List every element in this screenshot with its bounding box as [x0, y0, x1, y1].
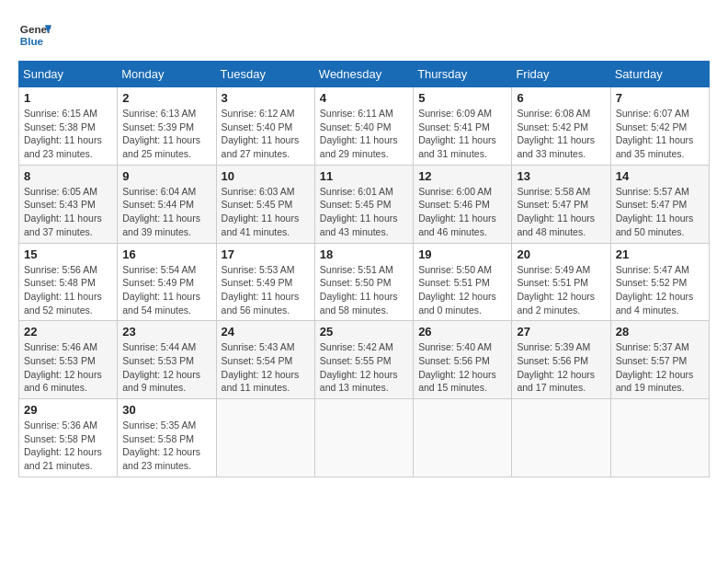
empty-cell — [610, 399, 709, 477]
day-number: 30 — [122, 403, 210, 417]
table-row: 25 Sunrise: 5:42 AMSunset: 5:55 PMDaylig… — [314, 321, 413, 399]
table-row: 13 Sunrise: 5:58 AMSunset: 5:47 PMDaylig… — [512, 165, 610, 243]
calendar: Sunday Monday Tuesday Wednesday Thursday… — [18, 61, 710, 477]
table-row: 7 Sunrise: 6:07 AMSunset: 5:42 PMDayligh… — [610, 87, 709, 166]
header-sunday: Sunday — [19, 62, 118, 87]
table-row: 21 Sunrise: 5:47 AMSunset: 5:52 PMDaylig… — [610, 243, 709, 321]
day-number: 14 — [616, 169, 704, 183]
day-number: 4 — [320, 91, 408, 105]
day-number: 3 — [222, 91, 310, 105]
table-row: 15 Sunrise: 5:56 AMSunset: 5:48 PMDaylig… — [19, 243, 118, 321]
table-row: 28 Sunrise: 5:37 AMSunset: 5:57 PMDaylig… — [610, 321, 709, 399]
table-row: 1 Sunrise: 6:15 AMSunset: 5:38 PMDayligh… — [19, 87, 118, 166]
day-info: Sunrise: 5:37 AMSunset: 5:57 PMDaylight:… — [616, 340, 704, 395]
table-row: 30 Sunrise: 5:35 AMSunset: 5:58 PMDaylig… — [118, 399, 216, 477]
header-saturday: Saturday — [610, 62, 709, 87]
table-row: 22 Sunrise: 5:46 AMSunset: 5:53 PMDaylig… — [19, 321, 118, 399]
day-number: 9 — [122, 169, 210, 183]
day-info: Sunrise: 5:46 AMSunset: 5:53 PMDaylight:… — [24, 340, 112, 395]
svg-text:Blue: Blue — [20, 35, 44, 47]
day-info: Sunrise: 6:08 AMSunset: 5:42 PMDaylight:… — [517, 107, 605, 161]
day-number: 21 — [616, 247, 704, 261]
day-info: Sunrise: 5:53 AMSunset: 5:49 PMDaylight:… — [222, 263, 310, 317]
days-header-row: Sunday Monday Tuesday Wednesday Thursday… — [19, 62, 710, 87]
day-number: 24 — [222, 325, 310, 339]
table-row: 16 Sunrise: 5:54 AMSunset: 5:49 PMDaylig… — [118, 243, 216, 321]
day-info: Sunrise: 6:04 AMSunset: 5:44 PMDaylight:… — [122, 185, 210, 239]
day-number: 12 — [418, 169, 506, 183]
day-number: 16 — [122, 247, 210, 261]
day-number: 7 — [616, 91, 704, 105]
table-row: 5 Sunrise: 6:09 AMSunset: 5:41 PMDayligh… — [414, 87, 512, 166]
day-info: Sunrise: 5:49 AMSunset: 5:51 PMDaylight:… — [517, 263, 605, 317]
table-row: 24 Sunrise: 5:43 AMSunset: 5:54 PMDaylig… — [216, 321, 314, 399]
day-info: Sunrise: 6:12 AMSunset: 5:40 PMDaylight:… — [222, 107, 310, 161]
day-info: Sunrise: 5:58 AMSunset: 5:47 PMDaylight:… — [517, 185, 605, 239]
table-row: 8 Sunrise: 6:05 AMSunset: 5:43 PMDayligh… — [19, 165, 118, 243]
table-row: 14 Sunrise: 5:57 AMSunset: 5:47 PMDaylig… — [610, 165, 709, 243]
day-number: 28 — [616, 325, 704, 339]
day-info: Sunrise: 6:00 AMSunset: 5:46 PMDaylight:… — [418, 185, 506, 239]
table-row: 20 Sunrise: 5:49 AMSunset: 5:51 PMDaylig… — [512, 243, 610, 321]
day-number: 15 — [24, 247, 112, 261]
header-tuesday: Tuesday — [216, 62, 314, 87]
day-info: Sunrise: 5:42 AMSunset: 5:55 PMDaylight:… — [320, 340, 408, 395]
day-info: Sunrise: 5:54 AMSunset: 5:49 PMDaylight:… — [122, 263, 210, 317]
table-row: 10 Sunrise: 6:03 AMSunset: 5:45 PMDaylig… — [216, 165, 314, 243]
day-info: Sunrise: 5:40 AMSunset: 5:56 PMDaylight:… — [418, 340, 506, 395]
day-number: 19 — [418, 247, 506, 261]
day-number: 20 — [517, 247, 605, 261]
empty-cell — [414, 399, 512, 477]
day-info: Sunrise: 6:13 AMSunset: 5:39 PMDaylight:… — [122, 107, 210, 161]
day-info: Sunrise: 5:36 AMSunset: 5:58 PMDaylight:… — [24, 419, 112, 473]
table-row: 9 Sunrise: 6:04 AMSunset: 5:44 PMDayligh… — [118, 165, 216, 243]
day-number: 17 — [222, 247, 310, 261]
day-info: Sunrise: 5:35 AMSunset: 5:58 PMDaylight:… — [122, 419, 210, 473]
day-number: 5 — [418, 91, 506, 105]
empty-cell — [314, 399, 413, 477]
table-row: 17 Sunrise: 5:53 AMSunset: 5:49 PMDaylig… — [216, 243, 314, 321]
day-info: Sunrise: 6:01 AMSunset: 5:45 PMDaylight:… — [320, 185, 408, 239]
day-number: 6 — [517, 91, 605, 105]
day-info: Sunrise: 6:05 AMSunset: 5:43 PMDaylight:… — [24, 185, 112, 239]
day-info: Sunrise: 6:09 AMSunset: 5:41 PMDaylight:… — [418, 107, 506, 161]
day-number: 25 — [320, 325, 408, 339]
empty-cell — [512, 399, 610, 477]
day-info: Sunrise: 6:03 AMSunset: 5:45 PMDaylight:… — [222, 185, 310, 239]
table-row: 4 Sunrise: 6:11 AMSunset: 5:40 PMDayligh… — [314, 87, 413, 166]
day-number: 11 — [320, 169, 408, 183]
table-row: 6 Sunrise: 6:08 AMSunset: 5:42 PMDayligh… — [512, 87, 610, 166]
header-wednesday: Wednesday — [314, 62, 413, 87]
day-number: 8 — [24, 169, 112, 183]
day-info: Sunrise: 5:47 AMSunset: 5:52 PMDaylight:… — [616, 263, 704, 317]
header-thursday: Thursday — [414, 62, 512, 87]
table-row: 12 Sunrise: 6:00 AMSunset: 5:46 PMDaylig… — [414, 165, 512, 243]
header-friday: Friday — [512, 62, 610, 87]
day-number: 29 — [24, 403, 112, 417]
table-row: 2 Sunrise: 6:13 AMSunset: 5:39 PMDayligh… — [118, 87, 216, 166]
page-header: General Blue — [18, 18, 710, 52]
day-number: 23 — [122, 325, 210, 339]
day-number: 13 — [517, 169, 605, 183]
table-row: 29 Sunrise: 5:36 AMSunset: 5:58 PMDaylig… — [19, 399, 118, 477]
day-info: Sunrise: 6:15 AMSunset: 5:38 PMDaylight:… — [24, 107, 112, 161]
day-number: 22 — [24, 325, 112, 339]
day-number: 2 — [122, 91, 210, 105]
empty-cell — [216, 399, 314, 477]
day-info: Sunrise: 5:39 AMSunset: 5:56 PMDaylight:… — [517, 340, 605, 395]
day-info: Sunrise: 6:11 AMSunset: 5:40 PMDaylight:… — [320, 107, 408, 161]
day-number: 27 — [517, 325, 605, 339]
table-row: 26 Sunrise: 5:40 AMSunset: 5:56 PMDaylig… — [414, 321, 512, 399]
table-row: 11 Sunrise: 6:01 AMSunset: 5:45 PMDaylig… — [314, 165, 413, 243]
day-number: 1 — [24, 91, 112, 105]
day-info: Sunrise: 5:43 AMSunset: 5:54 PMDaylight:… — [222, 340, 310, 395]
day-number: 10 — [222, 169, 310, 183]
table-row: 23 Sunrise: 5:44 AMSunset: 5:53 PMDaylig… — [118, 321, 216, 399]
day-info: Sunrise: 5:56 AMSunset: 5:48 PMDaylight:… — [24, 263, 112, 317]
day-info: Sunrise: 6:07 AMSunset: 5:42 PMDaylight:… — [616, 107, 704, 161]
logo-icon: General Blue — [18, 18, 51, 52]
logo: General Blue — [18, 18, 51, 52]
table-row: 19 Sunrise: 5:50 AMSunset: 5:51 PMDaylig… — [414, 243, 512, 321]
table-row: 27 Sunrise: 5:39 AMSunset: 5:56 PMDaylig… — [512, 321, 610, 399]
day-info: Sunrise: 5:44 AMSunset: 5:53 PMDaylight:… — [122, 340, 210, 395]
